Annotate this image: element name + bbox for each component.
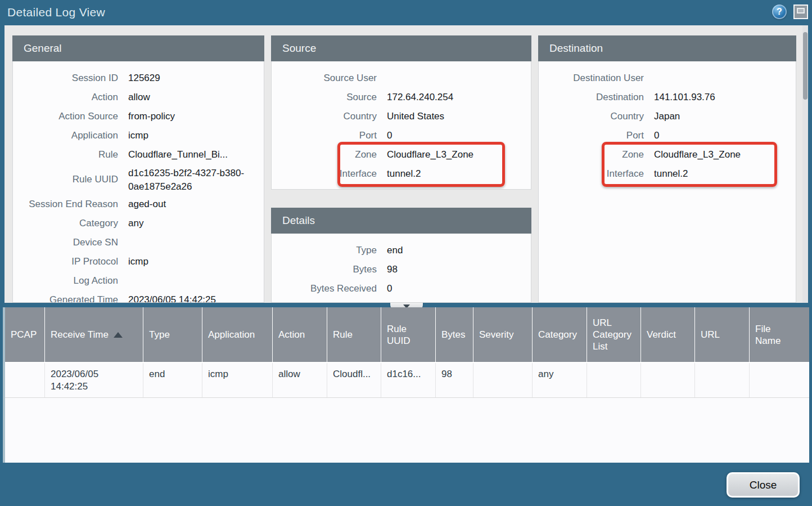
field-row-session-id: Session ID 125629 [13,69,264,88]
field-value [128,233,264,252]
field-label: Action [13,88,128,107]
field-label: Log Action [13,271,128,290]
field-value: aged-out [128,195,264,214]
field-value: from-policy [128,107,264,126]
field-row-action: Action allow [13,88,264,107]
source-panel-title: Source [271,35,531,61]
field-value [654,69,796,88]
field-row-application: Application icmp [13,126,264,145]
cell-verdict [641,363,695,397]
field-row-device-sn: Device SN [13,233,264,252]
field-label: Device SN [13,233,128,252]
field-label: Country [272,107,387,126]
field-row-rule-uuid: Rule UUID d1c16235-b2f2-4327-b380-0ae187… [13,164,264,195]
scrollbar-thumb[interactable] [803,32,808,100]
field-value: allow [128,88,264,107]
cell-rule: Cloudfl... [327,363,381,397]
field-row-zone: Zone Cloudflare_L3_Zone [539,145,796,164]
column-header-category[interactable]: Category [533,307,587,362]
field-value: 141.101.93.76 [654,88,796,107]
cell-action: allow [273,363,327,397]
field-label: Category [13,214,128,233]
field-row-zone: Zone Cloudflare_L3_Zone [272,145,531,164]
window-icon[interactable] [793,5,808,19]
field-value: tunnel.2 [654,164,796,183]
field-row-log-action: Log Action [13,271,264,290]
cell-receive-time: 2023/06/05 14:42:25 [45,363,143,397]
field-label: Generated Time [13,290,128,303]
field-value: 0 [387,126,531,145]
field-label: Interface [272,164,387,183]
column-header-file-name[interactable]: File Name [750,307,809,362]
field-value: tunnel.2 [387,164,531,183]
column-header-application[interactable]: Application [202,307,273,362]
field-value: d1c16235-b2f2-4327-b380-0ae1875e2a26 [128,167,264,194]
cell-category: any [533,363,587,397]
details-panel-title: Details [271,208,531,234]
field-row-rule: Rule Cloudflare_Tunnel_Bi... [13,145,264,164]
column-header-url[interactable]: URL [695,307,750,362]
cell-bytes: 98 [436,363,473,397]
titlebar: Detailed Log View ? [0,0,812,25]
field-value: 0 [387,279,531,298]
field-row-port: Port 0 [272,126,531,145]
field-row-action-source: Action Source from-policy [13,107,264,126]
column-header-action[interactable]: Action [273,307,327,362]
field-row-destination: Destination 141.101.93.76 [539,88,796,107]
field-label: Session ID [13,69,128,88]
field-row-type: Type end [272,241,531,260]
help-icon[interactable]: ? [772,5,787,19]
field-label: Zone [272,145,387,164]
field-row-source-user: Source User [272,69,531,88]
column-header-receive-time[interactable]: Receive Time [45,307,143,362]
field-label: Bytes [272,260,387,279]
field-value: end [387,241,531,260]
field-row-session-end-reason: Session End Reason aged-out [13,195,264,214]
details-panel-body: Type end Bytes 98 Bytes Received 0 [271,234,531,303]
cell-url-category-list [587,363,641,397]
column-header-verdict[interactable]: Verdict [641,307,695,362]
vertical-scrollbar[interactable] [802,25,808,303]
cell-severity [473,363,533,397]
field-row-bytes: Bytes 98 [272,260,531,279]
field-row-source: Source 172.64.240.254 [272,88,531,107]
field-label: Destination User [539,69,654,88]
cell-application: icmp [202,363,273,397]
column-header-type[interactable]: Type [143,307,202,362]
dialog-title: Detailed Log View [7,6,105,19]
destination-panel: Destination Destination User Destination… [538,35,796,303]
detailed-log-view-dialog: Detailed Log View ? General Session ID 1… [0,0,812,506]
field-row-generated-time: Generated Time 2023/06/05 14:42:25 [13,290,264,303]
field-value: icmp [128,126,264,145]
general-panel: General Session ID 125629 Action allow A… [12,35,264,303]
field-label: Source User [272,69,387,88]
column-header-pcap[interactable]: PCAP [5,307,45,362]
field-label: Rule UUID [13,167,128,194]
field-value: 98 [387,260,531,279]
general-panel-body: Session ID 125629 Action allow Action So… [12,61,264,303]
source-panel-body: Source User Source 172.64.240.254 Countr… [271,61,531,190]
table-row[interactable]: 2023/06/05 14:42:25 end icmp allow Cloud… [5,363,809,398]
field-label: Session End Reason [13,195,128,214]
column-header-bytes[interactable]: Bytes [436,307,473,362]
field-label: Port [272,126,387,145]
field-row-interface: Interface tunnel.2 [539,164,796,183]
field-label: Source [272,88,387,107]
column-header-rule[interactable]: Rule [327,307,381,362]
field-label: Destination [539,88,654,107]
field-row-destination-user: Destination User [539,69,796,88]
window-icon-inner [797,8,805,14]
close-button[interactable]: Close [727,472,800,498]
field-value [387,69,531,88]
field-value: icmp [128,252,264,271]
column-header-rule-uuid[interactable]: Rule UUID [381,307,436,362]
destination-panel-body: Destination User Destination 141.101.93.… [538,61,796,303]
column-header-severity[interactable]: Severity [473,307,533,362]
field-label: Type [272,241,387,260]
log-table: PCAP Receive Time Type Application Actio… [3,307,809,463]
field-row-port: Port 0 [539,126,796,145]
column-header-url-category-list[interactable]: URL Category List [587,307,641,362]
source-panel: Source Source User Source 172.64.240.254… [271,35,531,190]
field-row-interface: Interface tunnel.2 [272,164,531,183]
field-value [128,271,264,290]
